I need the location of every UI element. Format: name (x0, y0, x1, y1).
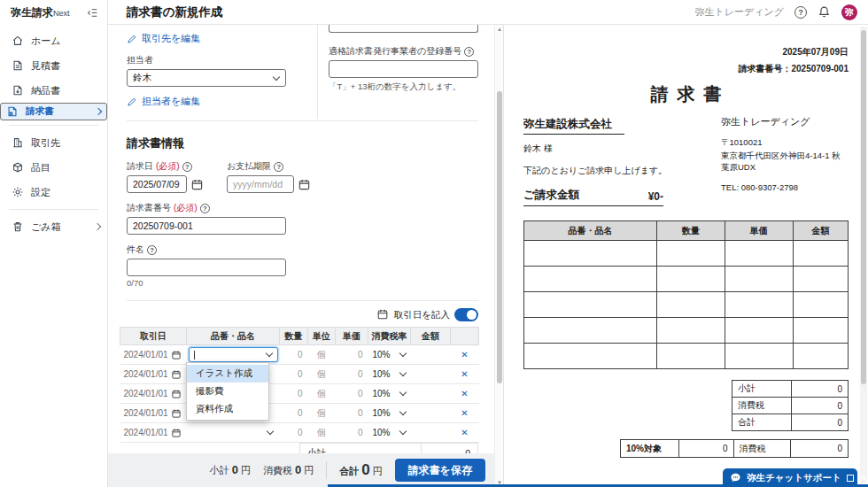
dropdown-option[interactable]: 撮影費 (187, 383, 268, 400)
calendar-icon[interactable] (190, 178, 204, 191)
item-row: 2024/01/01 0 個 0 10% (120, 365, 479, 384)
bell-icon[interactable] (818, 5, 831, 19)
help-icon[interactable] (200, 204, 210, 213)
transaction-date-toggle[interactable] (454, 308, 478, 321)
delete-row-icon[interactable] (461, 428, 468, 437)
preview-taxline-table: 10%対象 0 消費税 0 (620, 439, 849, 458)
amount-cell (411, 365, 451, 384)
row-date[interactable]: 2024/01/01 (124, 408, 168, 418)
subject-input[interactable] (127, 259, 286, 276)
delete-row-icon[interactable] (461, 369, 468, 379)
price-cell[interactable]: 0 (336, 384, 368, 404)
footer-tax: 消費税0円 (263, 463, 314, 477)
main-scrollbar[interactable] (494, 25, 503, 487)
row-date[interactable]: 2024/01/01 (124, 369, 168, 379)
staff-select[interactable]: 鈴木 (127, 69, 286, 87)
tax-select[interactable]: 10% (368, 408, 411, 418)
qty-cell[interactable]: 0 (280, 365, 308, 384)
edit-client-link[interactable]: 取引先を編集 (127, 32, 299, 45)
row-date[interactable]: 2024/01/01 (124, 428, 168, 437)
calendar-icon[interactable] (171, 408, 182, 419)
delete-row-icon[interactable] (461, 389, 468, 398)
help-icon[interactable] (464, 47, 474, 57)
scrollbar-thumb[interactable] (497, 91, 502, 383)
chat-bubble-icon (730, 472, 741, 483)
calendar-icon[interactable] (298, 178, 311, 191)
item-row: 2024/01/01 0 個 0 10% (120, 423, 479, 443)
sidebar-item-items[interactable]: 品目 (0, 155, 107, 180)
sidebar-item-trash[interactable]: ごみ箱 (0, 214, 107, 239)
item-row: 2024/01/01 0 個 0 10% (120, 404, 479, 423)
tax-select[interactable]: 10% (368, 369, 411, 379)
preview-empty-row (524, 344, 849, 369)
calendar-icon[interactable] (171, 428, 182, 438)
chat-support-tab[interactable]: 弥生チャットサポート (723, 468, 857, 487)
close-icon[interactable] (860, 473, 867, 483)
clipped-input[interactable] (329, 25, 478, 33)
text-caret (194, 351, 195, 359)
help-icon[interactable] (147, 245, 157, 255)
edit-staff-link[interactable]: 担当者を編集 (127, 95, 299, 108)
sidebar-collapse-icon[interactable] (87, 7, 98, 19)
scrollbar-thumb[interactable] (861, 30, 866, 384)
sidebar-item-home[interactable]: ホーム (0, 28, 107, 53)
help-icon[interactable] (794, 6, 807, 19)
save-invoice-button[interactable]: 請求書を保存 (395, 459, 485, 482)
unit-cell[interactable]: 個 (308, 345, 336, 365)
tax-select[interactable]: 10% (368, 428, 411, 437)
item-name-select[interactable] (189, 425, 278, 440)
help-icon[interactable] (182, 162, 192, 172)
registration-number-input[interactable] (329, 60, 478, 78)
sidebar-item-settings[interactable]: 設定 (0, 180, 107, 205)
preview-items-table: 品番・品名 数量 単価 金額 (523, 220, 849, 369)
qty-cell[interactable]: 0 (280, 404, 308, 423)
dropdown-option[interactable]: イラスト作成 (187, 365, 268, 383)
calendar-icon[interactable] (171, 369, 182, 380)
chevron-down-icon (265, 350, 272, 357)
calendar-icon[interactable] (171, 350, 182, 360)
invoice-preview: 2025年07月09日 請求書番号：20250709-001 請求書 弥生建設株… (503, 25, 868, 487)
qty-cell[interactable]: 0 (280, 345, 308, 365)
invoice-number-input[interactable] (127, 217, 286, 235)
unit-cell[interactable]: 個 (308, 404, 336, 423)
invoice-date-input[interactable] (127, 175, 187, 193)
row-date[interactable]: 2024/01/01 (124, 350, 168, 359)
sidebar-item-delivery-notes[interactable]: 納品書 (0, 78, 107, 103)
item-name-select[interactable] (189, 347, 278, 362)
due-date-input[interactable] (227, 175, 294, 193)
unit-cell[interactable]: 個 (308, 423, 336, 443)
help-icon[interactable] (274, 162, 283, 172)
avatar[interactable]: 弥 (841, 4, 857, 20)
qty-cell[interactable]: 0 (280, 423, 308, 443)
tax-select[interactable]: 10% (368, 389, 411, 398)
sidebar-item-invoices[interactable]: 請求書 (0, 103, 107, 120)
subject-counter: 0/70 (127, 278, 478, 288)
tax-select[interactable]: 10% (368, 350, 411, 359)
preview-company: 弥生トレーディング (721, 115, 849, 128)
price-cell[interactable]: 0 (336, 423, 368, 443)
calendar-icon[interactable] (171, 389, 182, 399)
qty-cell[interactable]: 0 (280, 384, 308, 404)
preview-invoice-number: 請求書番号：20250709-001 (523, 63, 849, 75)
divider (9, 209, 98, 210)
sidebar-item-estimates[interactable]: 見積書 (0, 53, 107, 78)
divider (9, 125, 98, 126)
preview-amount-row: ご請求金額 ¥0- (523, 188, 663, 206)
scroll-up-arrow[interactable] (495, 27, 504, 32)
staff-label: 担当者 (127, 54, 299, 66)
chevron-right-icon (95, 108, 102, 115)
unit-cell[interactable]: 個 (308, 384, 336, 404)
price-cell[interactable]: 0 (336, 404, 368, 423)
unit-cell[interactable]: 個 (308, 365, 336, 384)
preview-scrollbar[interactable] (860, 27, 867, 483)
price-cell[interactable]: 0 (336, 345, 368, 365)
restore-icon[interactable] (847, 475, 854, 482)
delete-row-icon[interactable] (461, 408, 468, 418)
dropdown-option[interactable]: 資料作成 (187, 400, 268, 418)
amount-cell (411, 423, 451, 443)
delete-row-icon[interactable] (461, 350, 468, 359)
price-cell[interactable]: 0 (336, 365, 368, 384)
invoice-info-title: 請求書情報 (127, 135, 478, 151)
sidebar-item-clients[interactable]: 取引先 (0, 130, 107, 155)
row-date[interactable]: 2024/01/01 (124, 389, 168, 398)
